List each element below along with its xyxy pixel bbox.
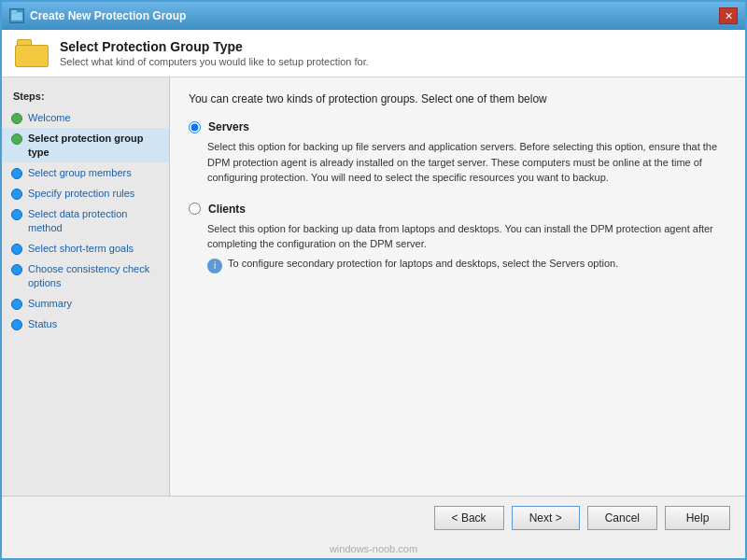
main-wrapper: Select Protection Group Type Select what… — [2, 30, 745, 558]
dot-summary — [11, 299, 22, 310]
info-icon: i — [207, 259, 222, 273]
dot-short-term-goals — [11, 244, 22, 255]
svg-rect-1 — [11, 10, 17, 13]
dot-group-members — [11, 168, 22, 179]
close-button[interactable]: ✕ — [719, 7, 738, 24]
sidebar-label-consistency-check: Choose consistency check options — [28, 262, 162, 289]
footer: < Back Next > Cancel Help — [2, 496, 745, 539]
sidebar-label-protection-rules: Specify protection rules — [28, 187, 134, 200]
clients-info-text: To configure secondary protection for la… — [228, 258, 618, 269]
next-button[interactable]: Next > — [512, 506, 580, 530]
servers-description: Select this option for backing up file s… — [207, 139, 726, 186]
sidebar-label-short-term-goals: Select short-term goals — [28, 242, 134, 255]
cancel-button[interactable]: Cancel — [587, 506, 657, 530]
clients-option-header: Clients — [189, 203, 726, 216]
sidebar-item-select-short-term-goals[interactable]: Select short-term goals — [2, 238, 169, 259]
clients-radio[interactable] — [189, 203, 201, 215]
clients-info-box: i To configure secondary protection for … — [207, 258, 726, 273]
body-area: Steps: Welcome Select protection group t… — [2, 77, 745, 496]
clients-option-group: Clients Select this option for backing u… — [189, 203, 726, 273]
sidebar-item-summary[interactable]: Summary — [2, 293, 169, 314]
clients-description: Select this option for backing up data f… — [207, 221, 726, 252]
clients-label[interactable]: Clients — [208, 203, 246, 216]
sidebar-item-welcome[interactable]: Welcome — [2, 107, 169, 128]
svg-rect-0 — [11, 12, 22, 21]
servers-radio[interactable] — [189, 121, 201, 133]
folder-icon — [15, 39, 49, 67]
sidebar-label-status: Status — [28, 317, 57, 330]
dot-data-protection-method — [11, 209, 22, 220]
watermark: windows-noob.com — [2, 539, 745, 558]
sidebar-label-welcome: Welcome — [28, 111, 71, 124]
sidebar-label-summary: Summary — [28, 297, 72, 310]
dot-status — [11, 319, 22, 330]
page-title: Select Protection Group Type — [60, 39, 369, 54]
steps-label: Steps: — [2, 87, 169, 107]
title-bar: Create New Protection Group ✕ — [2, 2, 745, 30]
sidebar-item-status[interactable]: Status — [2, 314, 169, 334]
sidebar-label-data-protection-method: Select data protection method — [28, 207, 162, 234]
sidebar-item-select-protection-group-type[interactable]: Select protection group type — [2, 128, 169, 162]
sidebar: Steps: Welcome Select protection group t… — [2, 77, 170, 496]
dot-welcome — [11, 113, 22, 124]
dot-consistency-check — [11, 264, 22, 275]
sidebar-item-select-group-members[interactable]: Select group members — [2, 162, 169, 183]
sidebar-label-select-group-type: Select protection group type — [28, 132, 162, 159]
dot-select-group-type — [11, 133, 22, 145]
app-icon — [9, 8, 24, 23]
dot-protection-rules — [11, 189, 22, 200]
servers-option-group: Servers Select this option for backing u… — [189, 120, 726, 186]
sidebar-item-select-data-protection-method[interactable]: Select data protection method — [2, 203, 169, 238]
servers-option-header: Servers — [189, 120, 726, 133]
main-window: Create New Protection Group ✕ Select Pro… — [0, 0, 747, 560]
sidebar-item-choose-consistency-check[interactable]: Choose consistency check options — [2, 259, 169, 293]
page-header: Select Protection Group Type Select what… — [2, 30, 745, 77]
help-button[interactable]: Help — [665, 506, 730, 530]
main-content: You can create two kinds of protection g… — [170, 77, 745, 496]
page-subtitle: Select what kind of computers you would … — [60, 56, 369, 67]
sidebar-item-specify-protection-rules[interactable]: Specify protection rules — [2, 183, 169, 203]
sidebar-label-group-members: Select group members — [28, 166, 132, 179]
intro-text: You can create two kinds of protection g… — [189, 92, 726, 105]
window-title: Create New Protection Group — [30, 9, 186, 22]
servers-label[interactable]: Servers — [208, 120, 249, 133]
back-button[interactable]: < Back — [434, 506, 504, 530]
